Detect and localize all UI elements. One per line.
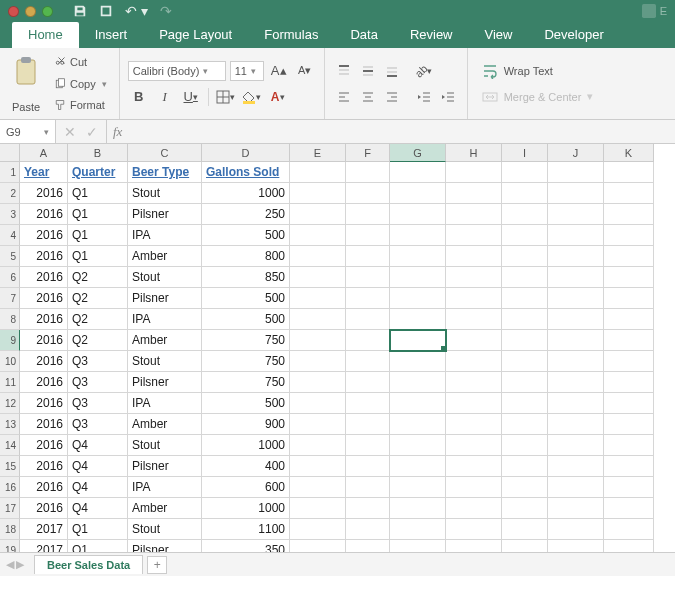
cell[interactable]: Amber — [128, 246, 202, 267]
cell[interactable]: Q3 — [68, 372, 128, 393]
cell[interactable] — [604, 519, 654, 540]
row-header[interactable]: 11 — [0, 372, 20, 393]
cell[interactable] — [390, 330, 446, 351]
cell[interactable]: IPA — [128, 477, 202, 498]
cell[interactable] — [502, 246, 548, 267]
cell[interactable] — [502, 456, 548, 477]
cell[interactable]: Amber — [128, 330, 202, 351]
cell[interactable] — [390, 267, 446, 288]
cell[interactable] — [290, 393, 346, 414]
cell[interactable] — [446, 267, 502, 288]
cell[interactable]: Q3 — [68, 414, 128, 435]
column-header[interactable]: B — [68, 144, 128, 162]
cell[interactable] — [346, 414, 390, 435]
font-color-button[interactable]: A▾ — [267, 86, 289, 108]
cell[interactable]: Q1 — [68, 225, 128, 246]
cell[interactable]: Year — [20, 162, 68, 183]
cell[interactable]: 2016 — [20, 477, 68, 498]
cell[interactable] — [604, 393, 654, 414]
cell[interactable] — [346, 183, 390, 204]
cell[interactable] — [604, 309, 654, 330]
cell[interactable] — [502, 162, 548, 183]
cell[interactable] — [290, 477, 346, 498]
cell[interactable] — [548, 372, 604, 393]
cell[interactable]: Q4 — [68, 498, 128, 519]
cell[interactable]: Q1 — [68, 519, 128, 540]
cell[interactable] — [390, 288, 446, 309]
cell[interactable] — [390, 435, 446, 456]
font-size-select[interactable]: 11▾ — [230, 61, 264, 81]
row-header[interactable]: 13 — [0, 414, 20, 435]
cell[interactable]: IPA — [128, 225, 202, 246]
cell[interactable]: 1000 — [202, 183, 290, 204]
cell[interactable] — [604, 414, 654, 435]
borders-button[interactable]: ▾ — [215, 86, 237, 108]
cell[interactable] — [390, 183, 446, 204]
cell[interactable] — [446, 477, 502, 498]
orientation-button[interactable]: ab▾ — [413, 60, 435, 82]
grow-font-button[interactable]: A▴ — [268, 60, 290, 82]
cell[interactable] — [502, 519, 548, 540]
ribbon-tab-developer[interactable]: Developer — [528, 22, 619, 48]
bold-button[interactable]: B — [128, 86, 150, 108]
cell[interactable]: 2016 — [20, 372, 68, 393]
cell[interactable] — [390, 351, 446, 372]
cell[interactable]: 850 — [202, 267, 290, 288]
align-middle-button[interactable] — [357, 60, 379, 82]
cell[interactable] — [346, 246, 390, 267]
cell[interactable] — [604, 225, 654, 246]
cell[interactable] — [548, 288, 604, 309]
cell[interactable] — [346, 267, 390, 288]
italic-button[interactable]: I — [154, 86, 176, 108]
save-icon[interactable] — [73, 4, 87, 18]
cell[interactable] — [502, 330, 548, 351]
cell[interactable] — [604, 162, 654, 183]
cell[interactable] — [290, 162, 346, 183]
cell[interactable] — [290, 309, 346, 330]
cell[interactable] — [346, 330, 390, 351]
cell[interactable] — [290, 246, 346, 267]
align-center-button[interactable] — [357, 86, 379, 108]
fill-color-button[interactable]: ▾ — [241, 86, 263, 108]
cell[interactable] — [502, 288, 548, 309]
cell[interactable] — [502, 183, 548, 204]
row-header[interactable]: 17 — [0, 498, 20, 519]
cell[interactable]: 2016 — [20, 351, 68, 372]
cell[interactable] — [390, 519, 446, 540]
row-header[interactable]: 9 — [0, 330, 20, 351]
row-header[interactable]: 12 — [0, 393, 20, 414]
cell[interactable] — [390, 246, 446, 267]
cell[interactable]: 750 — [202, 351, 290, 372]
cell[interactable] — [502, 309, 548, 330]
cell[interactable] — [446, 498, 502, 519]
column-header[interactable]: K — [604, 144, 654, 162]
cell[interactable] — [390, 372, 446, 393]
cell[interactable] — [548, 162, 604, 183]
cell[interactable] — [548, 351, 604, 372]
cell[interactable]: 500 — [202, 288, 290, 309]
align-bottom-button[interactable] — [381, 60, 403, 82]
cell[interactable] — [446, 330, 502, 351]
cell[interactable]: 2016 — [20, 498, 68, 519]
cell[interactable]: Q1 — [68, 246, 128, 267]
minimize-window-icon[interactable] — [25, 6, 36, 17]
cell[interactable] — [548, 477, 604, 498]
ribbon-tab-insert[interactable]: Insert — [79, 22, 144, 48]
cell[interactable] — [346, 477, 390, 498]
cell[interactable] — [346, 498, 390, 519]
cell[interactable]: Q1 — [68, 204, 128, 225]
cell[interactable] — [502, 351, 548, 372]
cell[interactable] — [446, 393, 502, 414]
row-header[interactable]: 2 — [0, 183, 20, 204]
cell[interactable]: 600 — [202, 477, 290, 498]
column-header[interactable]: D — [202, 144, 290, 162]
cell[interactable] — [446, 456, 502, 477]
cell[interactable] — [390, 225, 446, 246]
cell[interactable]: 2016 — [20, 393, 68, 414]
worksheet[interactable]: ABCDEFGHIJK 1234567891011121314151617181… — [0, 144, 675, 576]
row-header[interactable]: 16 — [0, 477, 20, 498]
cell[interactable]: Pilsner — [128, 456, 202, 477]
tab-nav-last[interactable]: ▶ — [16, 558, 24, 571]
cell[interactable] — [502, 225, 548, 246]
cell[interactable] — [390, 456, 446, 477]
